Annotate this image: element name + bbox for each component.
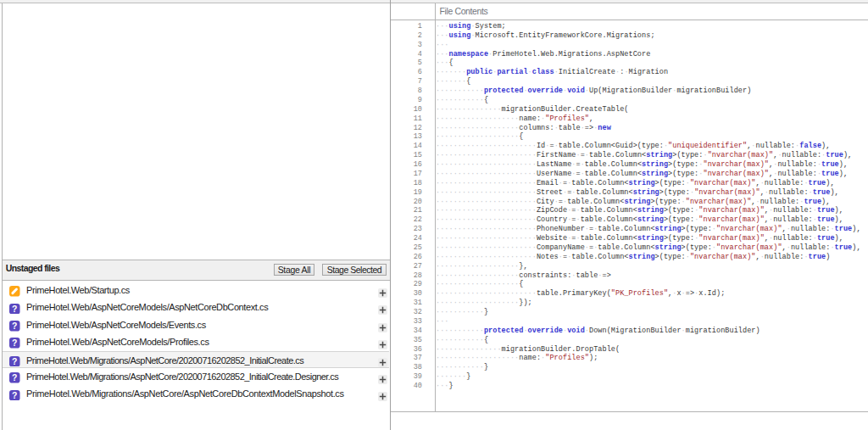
svg-text:?: ? xyxy=(12,390,17,399)
svg-text:?: ? xyxy=(12,373,17,383)
svg-text:?: ? xyxy=(12,338,17,348)
svg-text:?: ? xyxy=(12,321,17,331)
svg-text:?: ? xyxy=(12,356,17,366)
svg-text:?: ? xyxy=(12,304,17,313)
